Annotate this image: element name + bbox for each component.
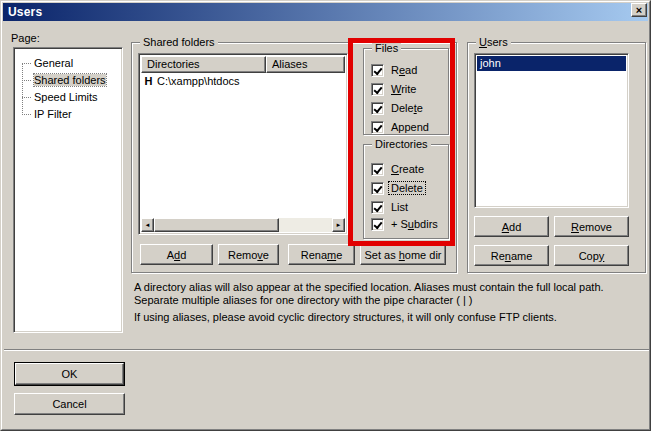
home-flag: H (143, 75, 154, 87)
tree-line (22, 63, 23, 115)
scroll-right-button[interactable]: ► (332, 218, 345, 232)
shared-add-button[interactable]: Add (140, 244, 213, 265)
page-caption: Page: (11, 32, 40, 44)
column-header-aliases[interactable]: Aliases (266, 56, 345, 73)
user-remove-button[interactable]: Remove (554, 216, 629, 237)
files-group-label: Files (372, 41, 401, 55)
footer-divider (4, 349, 649, 351)
scrollbar-track[interactable] (279, 218, 332, 232)
dir-list-row: List (371, 200, 410, 214)
directory-row[interactable]: H C:\xampp\htdocs (141, 73, 345, 89)
dir-delete-row: Delete (371, 181, 425, 195)
write-label: Write (389, 83, 418, 95)
page-tree[interactable]: General Shared folders Speed Limits IP F… (13, 47, 123, 333)
files-append-row: Append (371, 120, 431, 134)
write-checkbox[interactable] (371, 83, 384, 96)
close-button[interactable]: × (631, 3, 647, 17)
ok-button[interactable]: OK (14, 362, 125, 386)
users-list[interactable]: john (474, 53, 629, 208)
close-icon: × (636, 5, 642, 15)
append-label: Append (389, 121, 431, 133)
user-row-john[interactable]: john (477, 56, 626, 71)
shared-folders-group-label: Shared folders (140, 35, 218, 49)
directory-path: C:\xampp\htdocs (154, 75, 240, 87)
horizontal-scrollbar[interactable]: ◄ ► (141, 218, 345, 232)
users-group-label: Users (476, 35, 511, 49)
user-rename-button[interactable]: Rename (474, 245, 549, 266)
window-title: Users (8, 5, 42, 19)
dir-delete-label: Delete (389, 182, 425, 194)
scroll-right-icon: ► (336, 222, 342, 228)
shared-rename-button[interactable]: Rename (288, 244, 355, 265)
dir-delete-checkbox[interactable] (371, 182, 384, 195)
alias-note-paragraph-1: A directory alias will also appear at th… (134, 281, 641, 307)
dir-subdirs-row: + Subdirs (371, 217, 440, 231)
shared-remove-button[interactable]: Remove (218, 244, 279, 265)
alias-note-paragraph-2: If using aliases, please avoid cyclic di… (134, 311, 641, 324)
directories-group-label: Directories (372, 137, 431, 151)
subdirs-checkbox[interactable] (371, 218, 384, 231)
dir-create-row: Create (371, 162, 426, 176)
list-label: List (389, 201, 410, 213)
files-group: Files Read Write Delete Append (363, 48, 449, 135)
directories-list[interactable]: Directories Aliases H C:\xampp\htdocs ◄ … (138, 53, 348, 235)
directories-group: Directories Create Delete List + Subdirs (363, 144, 449, 239)
tree-item-general[interactable]: General (32, 55, 120, 72)
titlebar[interactable]: Users (3, 3, 648, 21)
create-label: Create (389, 163, 426, 175)
file-delete-checkbox[interactable] (371, 102, 384, 115)
list-checkbox[interactable] (371, 201, 384, 214)
column-header-directories[interactable]: Directories (141, 56, 266, 73)
create-checkbox[interactable] (371, 163, 384, 176)
subdirs-label: + Subdirs (389, 218, 440, 230)
files-write-row: Write (371, 82, 418, 96)
users-dialog: Users × Page: General Shared folders Spe… (0, 0, 651, 431)
read-label: Read (389, 64, 419, 76)
tree-item-ip-filter[interactable]: IP Filter (32, 106, 120, 123)
cancel-button[interactable]: Cancel (14, 393, 125, 415)
tree-item-speed-limits[interactable]: Speed Limits (32, 89, 120, 106)
read-checkbox[interactable] (371, 64, 384, 77)
files-read-row: Read (371, 63, 419, 77)
files-delete-row: Delete (371, 101, 425, 115)
user-add-button[interactable]: Add (474, 216, 549, 237)
file-delete-label: Delete (389, 102, 425, 114)
user-copy-button[interactable]: Copy (554, 245, 629, 266)
append-checkbox[interactable] (371, 121, 384, 134)
set-as-home-dir-button[interactable]: Set as home dir (360, 244, 446, 265)
scroll-left-icon: ◄ (145, 222, 151, 228)
scroll-left-button[interactable]: ◄ (141, 218, 154, 232)
scrollbar-thumb[interactable] (154, 218, 279, 232)
directories-list-header: Directories Aliases (141, 56, 345, 73)
tree-item-shared-folders[interactable]: Shared folders (32, 72, 120, 89)
